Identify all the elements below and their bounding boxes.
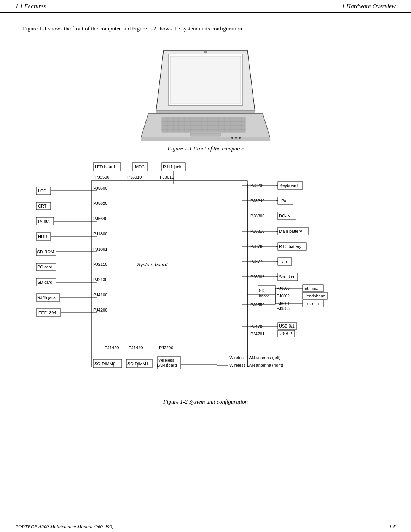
ext-mic-label: Ext. mic. [304, 301, 320, 306]
sd-card-label: SD card [37, 280, 53, 284]
board-label: board [259, 294, 269, 298]
pc-card-label: PC card [37, 265, 53, 269]
tv-out-label: TV-out [37, 219, 49, 224]
pj3010-label: PJ3010 [127, 175, 142, 179]
pj2130-label: PJ2130 [93, 277, 107, 282]
pj5620-label: PJ5620 [93, 201, 107, 206]
rj11-jack-label: RJ11 jack [163, 165, 182, 169]
dc-in-label: DC-IN [279, 214, 291, 218]
system-board-label: System board [137, 262, 168, 267]
svg-point-27 [239, 137, 241, 139]
header-left: 1.1 Features [15, 3, 46, 10]
svg-rect-3 [156, 110, 255, 113]
pj1801-label: PJ1801 [93, 247, 107, 251]
crt-label: CRT [38, 204, 47, 208]
main-battery-label: Main battery [279, 229, 302, 233]
led-board-label: LED board [95, 165, 115, 169]
figure2-caption: Figure 1-2 System unit configuration [23, 399, 388, 405]
svg-rect-2 [170, 56, 241, 103]
svg-point-26 [235, 137, 237, 139]
usb01-label: USB 0/1 [279, 324, 295, 328]
svg-rect-5 [162, 117, 245, 132]
pj5600-label: PJ5600 [93, 186, 107, 190]
footer: PORTEGE A200 Maintenance Manual (960-499… [0, 521, 411, 532]
pj3011-label: PJ3011 [160, 175, 174, 179]
wireless-ant-right-label: Wireless LAN antenna (right) [229, 363, 283, 367]
pj1440-label: PJ1440 [129, 345, 143, 350]
usb2-label: USB 2 [280, 331, 292, 336]
intro-paragraph: Figure 1-1 shows the front of the comput… [23, 24, 388, 33]
pj9500-label: PJ9500 [95, 175, 109, 179]
wireless-ant-left-label: Wireless LAN antenna (left) [229, 355, 281, 360]
headphone-label: Headphone [304, 294, 325, 298]
cd-rom-label: CD-ROM [37, 249, 54, 254]
pj2200-label: PJ2200 [159, 345, 173, 350]
pj2110-label: PJ2110 [93, 262, 107, 267]
pj1800-label: PJ1800 [93, 232, 107, 236]
footer-right: 1-5 [389, 524, 396, 530]
rtc-battery-label: RTC battery [279, 244, 302, 249]
hdd-label: HDD [38, 234, 47, 239]
pj5640-label: PJ5640 [93, 216, 107, 221]
main-content: Figure 1-1 shows the front of the comput… [0, 13, 411, 424]
page: 1.1 Features 1 Hardware Overview Figure … [0, 0, 411, 532]
wireless-board-label1: Wireless [158, 358, 175, 363]
ieee1394-label: IEEE1394 [37, 310, 56, 315]
svg-rect-24 [141, 137, 270, 141]
mdc-label: MDC [135, 165, 145, 169]
diagram-container: System board LED board MDC RJ11 jack PJ9… [34, 160, 377, 396]
int-mic-label: Int. mic. [304, 286, 319, 291]
svg-point-25 [231, 137, 233, 139]
keyboard-label: Keyboard [280, 183, 298, 188]
svg-rect-29 [91, 181, 247, 367]
laptop-image [141, 43, 270, 142]
footer-left: PORTEGE A200 Maintenance Manual (960-499… [15, 524, 113, 530]
wireless-board-label2: LAN board [157, 363, 177, 367]
rj45-jack-label: RJ45 jack [37, 295, 56, 300]
lcd-label: LCD [38, 189, 46, 193]
sd-label: SD [259, 288, 264, 293]
fan-label: Fan [280, 259, 287, 264]
pad-label: Pad [281, 198, 289, 203]
pj4100-label: PJ4100 [93, 292, 107, 297]
svg-rect-23 [190, 133, 221, 136]
figure1-caption: Figure 1-1 Front of the computer [23, 145, 388, 152]
pj9555-label: PJ9555 [277, 307, 290, 311]
pj4200-label: PJ4200 [93, 308, 107, 312]
speaker-label: Speaker [279, 275, 295, 279]
pj1420-label: PJ1420 [105, 345, 119, 350]
header-right: 1 Hardware Overview [342, 3, 396, 10]
header: 1.1 Features 1 Hardware Overview [0, 0, 411, 13]
svg-point-28 [204, 51, 207, 53]
laptop-figure [23, 43, 388, 142]
so-dimm0-label: SO-DIMM0 [94, 361, 115, 366]
